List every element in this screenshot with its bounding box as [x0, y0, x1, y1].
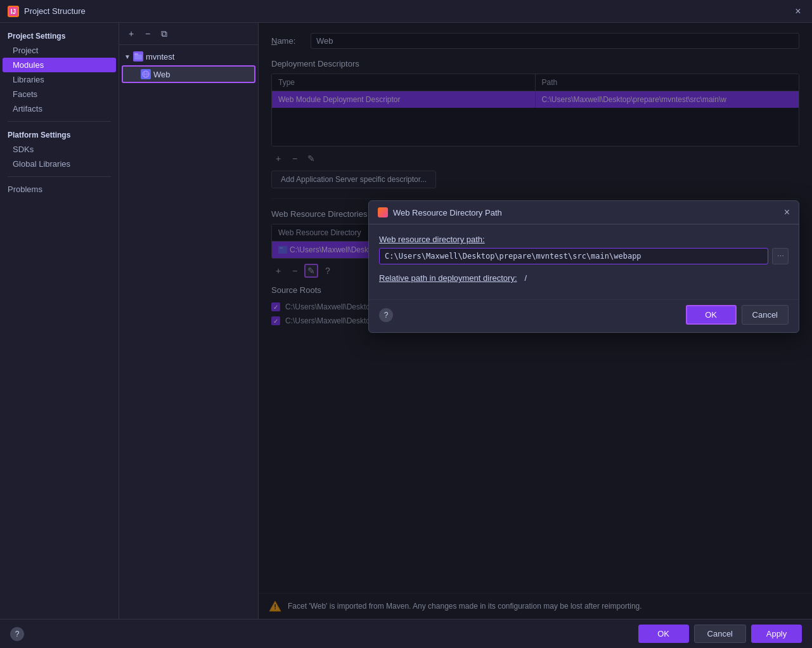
dialog-input-row: ⋯: [379, 248, 789, 264]
platform-settings-label: Platform Settings: [0, 127, 119, 142]
main-container: Project Settings Project Modules Librari…: [0, 23, 812, 619]
tree-parent-node[interactable]: ▼ mvntest: [119, 49, 258, 64]
bottom-ok-button[interactable]: OK: [638, 625, 689, 643]
sidebar-item-project[interactable]: Project: [0, 43, 119, 58]
dialog-title-bar: Web Resource Directory Path ×: [369, 201, 799, 224]
sidebar-item-problems[interactable]: Problems: [0, 182, 119, 197]
bottom-bar: ? OK Cancel Apply: [0, 619, 812, 648]
dialog-path-label: Web resource directory path:: [379, 235, 789, 244]
sidebar-item-facets[interactable]: Facets: [0, 87, 119, 101]
sidebar-item-modules[interactable]: Modules: [3, 58, 116, 72]
dialog-title-text: Web Resource Directory Path: [393, 208, 779, 217]
dialog-path-input[interactable]: [379, 248, 768, 264]
web-resource-dialog: Web Resource Directory Path × Web resour…: [368, 200, 799, 333]
content-panel: Name: Deployment Descriptors Type Path W…: [259, 23, 812, 619]
tree-child-label: Web: [153, 70, 171, 79]
dialog-btn-group: OK Cancel: [686, 305, 789, 325]
sidebar: Project Settings Project Modules Librari…: [0, 23, 119, 619]
title-bar: IJ Project Structure ×: [0, 0, 812, 23]
tree-copy-button[interactable]: ⧉: [157, 27, 171, 41]
dialog-help-button[interactable]: ?: [379, 308, 393, 322]
tree-toolbar: + − ⧉: [119, 23, 258, 45]
window-title: Project Structure: [24, 6, 792, 16]
sidebar-divider: [8, 121, 111, 122]
project-settings-label: Project Settings: [0, 28, 119, 43]
sidebar-item-global-libraries[interactable]: Global Libraries: [0, 157, 119, 171]
app-logo: IJ: [8, 6, 19, 17]
dialog-footer: ? OK Cancel: [369, 299, 799, 332]
sidebar-item-sdks[interactable]: SDKs: [0, 142, 119, 157]
bottom-cancel-button[interactable]: Cancel: [694, 625, 746, 643]
bottom-help-button[interactable]: ?: [10, 627, 24, 641]
close-button[interactable]: ×: [792, 5, 804, 18]
folder-icon: [133, 51, 143, 62]
sidebar-item-libraries[interactable]: Libraries: [0, 72, 119, 87]
bottom-right: OK Cancel Apply: [638, 625, 802, 643]
sidebar-item-artifacts[interactable]: Artifacts: [0, 101, 119, 116]
dialog-ok-button[interactable]: OK: [686, 305, 737, 325]
dialog-relative-value: /: [525, 273, 527, 283]
chevron-down-icon: ▼: [124, 53, 131, 60]
dialog-logo: [378, 207, 388, 217]
bottom-apply-button[interactable]: Apply: [751, 625, 802, 643]
web-module-icon: [141, 69, 151, 79]
tree-content: ▼ mvntest Web: [119, 45, 258, 88]
dialog-relative-row: Relative path in deployment directory: /: [379, 273, 789, 283]
sidebar-divider-2: [8, 176, 111, 177]
svg-text:IJ: IJ: [11, 8, 16, 15]
dialog-relative-label: Relative path in deployment directory:: [379, 273, 517, 283]
tree-parent-label: mvntest: [146, 52, 175, 62]
tree-add-button[interactable]: +: [124, 27, 138, 41]
tree-child-node[interactable]: Web: [122, 65, 255, 83]
dialog-cancel-button[interactable]: Cancel: [742, 305, 789, 325]
dialog-close-button[interactable]: ×: [784, 207, 790, 217]
dialog-browse-button[interactable]: ⋯: [772, 248, 789, 264]
tree-remove-button[interactable]: −: [141, 27, 155, 41]
dialog-overlay: Web Resource Directory Path × Web resour…: [259, 23, 812, 619]
svg-rect-3: [134, 55, 142, 60]
tree-panel: + − ⧉ ▼ mvntest Web: [119, 23, 259, 619]
svg-rect-4: [134, 53, 138, 55]
dialog-body: Web resource directory path: ⋯ Relative …: [369, 224, 799, 299]
bottom-left: ?: [10, 627, 24, 641]
